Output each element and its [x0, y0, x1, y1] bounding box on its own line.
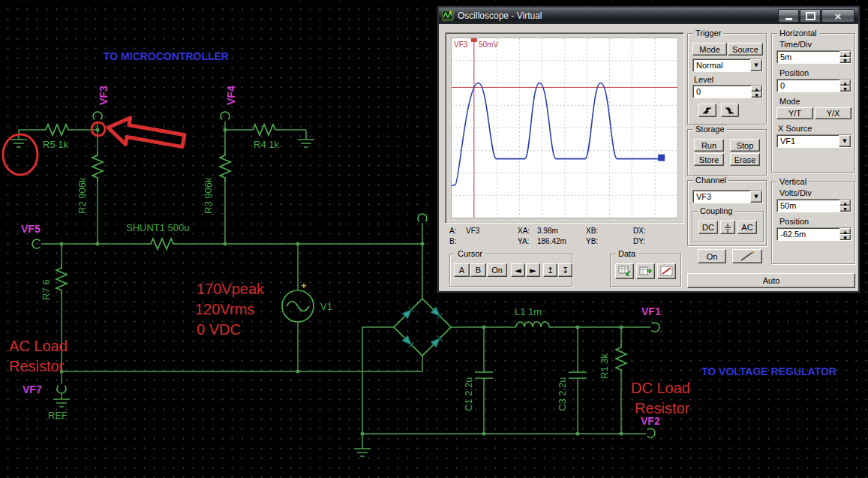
resistor-r3[interactable]: R3 906k	[203, 130, 230, 244]
spin-up-icon[interactable]: ▲	[751, 86, 762, 92]
horizontal-position-spinner[interactable]: 0 ▲ ▼	[776, 79, 851, 92]
spin-down-icon[interactable]: ▼	[839, 206, 851, 212]
close-button[interactable]: ×	[821, 9, 854, 23]
note-to-microcontroller[interactable]: TO MICROCONTROLLER	[104, 50, 229, 62]
net-label-vf1[interactable]: VF1	[641, 305, 661, 317]
net-label-vf5[interactable]: VF5	[21, 223, 41, 235]
component-label[interactable]: C1 2.2u	[463, 377, 474, 411]
spin-up-icon[interactable]: ▲	[839, 51, 851, 57]
component-label[interactable]: R4 1k	[254, 139, 279, 150]
probe-hook-vf4[interactable]: VF4	[221, 86, 237, 130]
mode-yx-button[interactable]: Y/X	[815, 107, 851, 119]
component-label[interactable]: V1	[320, 301, 332, 312]
bridge-rectifier[interactable]	[394, 299, 451, 356]
spin-down-icon[interactable]: ▼	[839, 57, 851, 63]
component-label[interactable]: R1 3k	[599, 353, 610, 379]
source-v1[interactable]: + V1	[282, 244, 332, 371]
cursor-right-icon[interactable]: ►	[526, 263, 540, 277]
resistor-r1[interactable]: R1 3k	[599, 327, 626, 434]
trigger-level-input[interactable]: 0 ▲ ▼	[692, 85, 763, 98]
coupling-ground-button[interactable]	[720, 221, 735, 234]
trigger-mode-button[interactable]: Mode	[692, 43, 727, 56]
coupling-ac-button[interactable]: AC	[737, 221, 757, 234]
probe-settings-button[interactable]	[732, 249, 762, 263]
erase-button[interactable]: Erase	[730, 153, 760, 166]
dc-load-line2[interactable]: Resistor	[635, 400, 690, 416]
capacitor-c1[interactable]: C1 2.2u	[463, 327, 493, 434]
probe-hook-vf7[interactable]: VF7	[23, 371, 66, 395]
trigger-mode-select[interactable]: Normal ▼	[692, 59, 763, 72]
net-label-vf7[interactable]: VF7	[23, 383, 42, 395]
component-label[interactable]: R3 906k	[203, 177, 214, 214]
inductor-l1[interactable]: L1 1m	[515, 306, 549, 327]
data-export-button[interactable]	[615, 263, 634, 279]
resistor-shunt1[interactable]: SHUNT1 500u	[126, 222, 190, 249]
ground-symbol-r4[interactable]	[298, 130, 314, 147]
dc-load-line1[interactable]: DC Load	[631, 380, 690, 396]
title-bar[interactable]: Oscilloscope - Virtual ×	[439, 8, 858, 24]
component-label[interactable]: R2 906k	[77, 177, 88, 214]
probe-hook-bridge-in[interactable]	[418, 214, 427, 244]
capacitor-c3[interactable]: C3 2.2u	[557, 327, 587, 434]
cursor-left-icon[interactable]: ◄	[511, 263, 525, 277]
channel-select[interactable]: VF3 ▼	[692, 190, 763, 203]
reference-ground[interactable]: REF	[48, 393, 70, 421]
ground-symbol-left[interactable]	[11, 130, 27, 147]
cursor-a-button[interactable]: A	[454, 263, 470, 277]
cursor-on-button[interactable]: On	[487, 263, 507, 277]
run-button[interactable]: Run	[694, 139, 724, 152]
cursor-top-icon[interactable]: ↥	[543, 263, 557, 277]
minimize-button[interactable]	[778, 9, 799, 23]
volts-div-spinner[interactable]: 50m ▲ ▼	[776, 199, 851, 212]
ref-label[interactable]: REF	[48, 410, 68, 421]
dropdown-arrow-icon[interactable]: ▼	[750, 191, 762, 203]
source-spec-line2[interactable]: 120Vrms	[195, 301, 254, 317]
ac-load-line1[interactable]: AC Load	[9, 338, 68, 354]
ac-load-line2[interactable]: Resistor	[9, 358, 65, 374]
spin-up-icon[interactable]: ▲	[839, 80, 851, 86]
probe-hook-vf5[interactable]: VF5	[21, 223, 41, 248]
spin-down-icon[interactable]: ▼	[839, 86, 851, 92]
trace-end-marker[interactable]	[658, 155, 665, 161]
data-copy-button[interactable]	[636, 263, 655, 279]
source-spec-line1[interactable]: 170Vpeak	[197, 281, 265, 297]
net-label-vf3[interactable]: VF3	[98, 86, 110, 105]
note-to-voltage-regulator[interactable]: TO VOLTAGE REGULATOR	[701, 365, 836, 377]
component-label[interactable]: C3 2.2u	[557, 377, 568, 411]
vertical-position-spinner[interactable]: -62.5m ▲ ▼	[776, 227, 851, 241]
spin-up-icon[interactable]: ▲	[839, 228, 851, 234]
dropdown-arrow-icon[interactable]: ▼	[750, 59, 762, 71]
cursor-a-handle[interactable]	[471, 38, 477, 42]
mode-yt-button[interactable]: Y/T	[776, 107, 813, 119]
x-source-select[interactable]: VF1 ▼	[776, 134, 851, 148]
data-image-button[interactable]	[657, 263, 676, 279]
rising-edge-button[interactable]	[698, 104, 716, 117]
stop-button[interactable]: Stop	[730, 139, 760, 152]
store-button[interactable]: Store	[694, 153, 724, 166]
component-label[interactable]: L1 1m	[515, 306, 542, 317]
cursor-bottom-icon[interactable]: ↧	[558, 263, 572, 277]
net-label-vf4[interactable]: VF4	[225, 86, 237, 105]
spin-up-icon[interactable]: ▲	[839, 200, 851, 206]
dropdown-arrow-icon[interactable]: ▼	[839, 135, 851, 147]
maximize-button[interactable]	[800, 9, 821, 23]
falling-edge-button[interactable]	[721, 104, 739, 117]
scope-plot[interactable]: VF3 50mV	[451, 38, 678, 218]
time-div-spinner[interactable]: 5m ▲ ▼	[776, 50, 851, 64]
wire-dc-rails[interactable]	[362, 327, 650, 434]
channel-on-button[interactable]: On	[698, 249, 726, 263]
component-label[interactable]: R5 1k	[43, 139, 68, 150]
probe-hook-vf1[interactable]: VF1	[641, 305, 661, 332]
trigger-source-button[interactable]: Source	[728, 43, 763, 56]
ground-symbol-bottom[interactable]	[354, 434, 371, 456]
cursor-b-button[interactable]: B	[470, 263, 486, 277]
net-label-vf2[interactable]: VF2	[641, 415, 660, 427]
spin-down-icon[interactable]: ▼	[839, 234, 851, 240]
coupling-dc-button[interactable]: DC	[698, 221, 718, 234]
spin-down-icon[interactable]: ▼	[751, 92, 762, 98]
wire-bottom-ac-rail[interactable]	[62, 356, 422, 371]
resistor-r4[interactable]: R4 1k	[225, 125, 306, 150]
source-spec-line3[interactable]: 0 VDC	[197, 321, 241, 338]
component-label[interactable]: R7 6	[41, 280, 52, 300]
auto-button[interactable]: Auto	[687, 273, 855, 288]
